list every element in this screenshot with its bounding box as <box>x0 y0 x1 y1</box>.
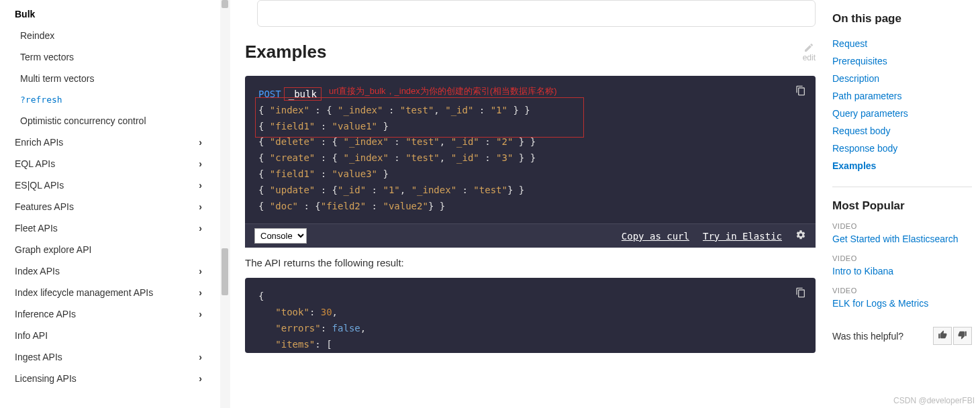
toc-link[interactable]: Response body <box>832 140 972 157</box>
code-line: "took": 30, <box>258 305 802 321</box>
toc-link[interactable]: Examples <box>832 157 972 174</box>
chevron-right-icon: › <box>199 287 202 298</box>
sidebar-item-label: Multi term vectors <box>20 73 94 84</box>
console-select[interactable]: Console <box>254 228 307 244</box>
section-heading: Examples <box>245 42 326 62</box>
edit-button[interactable]: edit <box>803 42 816 62</box>
gear-icon[interactable] <box>795 230 806 242</box>
watermark-text: CSDN @developerFBI <box>893 396 975 405</box>
sidebar-item[interactable]: Multi term vectors <box>5 68 211 89</box>
toc-link[interactable]: Prerequisites <box>832 52 972 70</box>
annotation-text: url直接为_bulk，_index为你的创建的索引(相当数据库名称) <box>329 84 557 99</box>
video-label: VIDEO <box>832 254 972 262</box>
sidebar-item[interactable]: Licensing APIs› <box>5 368 211 389</box>
sidebar-item-label: Ingest APIs <box>15 352 62 362</box>
sidebar-item-label: ?refresh <box>20 95 62 105</box>
sidebar-item[interactable]: ES|QL APIs› <box>5 174 211 196</box>
popular-heading: Most Popular <box>832 199 972 213</box>
toc-link[interactable]: Path parameters <box>832 87 972 105</box>
sidebar-item[interactable]: Bulk <box>5 3 211 25</box>
sidebar-item[interactable]: Enrich APIs› <box>5 132 211 153</box>
sidebar-item-label: Licensing APIs <box>15 373 77 384</box>
sidebar-item[interactable]: EQL APIs› <box>5 153 211 174</box>
video-label: VIDEO <box>832 222 972 230</box>
code-toolbar: Console Copy as curl Try in Elastic <box>245 223 816 248</box>
copy-icon[interactable] <box>795 85 806 101</box>
popular-link[interactable]: ELK for Logs & Metrics <box>832 295 972 312</box>
sidebar-item[interactable]: Graph explore API <box>5 239 211 260</box>
thumbs-down-icon <box>958 330 967 340</box>
chevron-right-icon: › <box>199 352 202 362</box>
sidebar-item-label: Fleet APIs <box>15 223 58 234</box>
sidebar-item-label: Index APIs <box>15 266 60 276</box>
sidebar-item-label: Term vectors <box>20 52 74 62</box>
toc-link[interactable]: Request body <box>832 122 972 140</box>
chevron-right-icon: › <box>199 137 202 148</box>
prev-section-box <box>257 0 816 27</box>
sidebar-item-label: Optimistic concurrency control <box>20 115 146 126</box>
sidebar-item[interactable]: Info API <box>5 325 211 346</box>
result-code-block: { "took": 30, "errors": false, "items": … <box>245 278 816 352</box>
result-intro-text: The API returns the following result: <box>245 257 816 268</box>
copy-as-curl-link[interactable]: Copy as curl <box>622 231 689 242</box>
code-line: { "update" : {"_id" : "1", "_index" : "t… <box>258 183 802 199</box>
copy-icon[interactable] <box>795 287 806 303</box>
main-content: Examples edit url直接为_bulk，_index为你的创建的索引… <box>211 0 832 408</box>
chevron-right-icon: › <box>199 373 202 384</box>
thumbs-up-button[interactable] <box>933 327 952 345</box>
code-line: { "doc" : {"field2" : "value2"} } <box>258 199 802 215</box>
sidebar-item[interactable]: Features APIs› <box>5 196 211 217</box>
sidebar-item[interactable]: Ingest APIs› <box>5 346 211 368</box>
sidebar-item-label: Info API <box>15 330 48 341</box>
sidebar-item[interactable]: Index lifecycle management APIs› <box>5 282 211 303</box>
helpful-text: Was this helpful? <box>832 331 903 342</box>
popular-link[interactable]: Intro to Kibana <box>832 262 972 280</box>
try-in-elastic-link[interactable]: Try in Elastic <box>703 231 782 242</box>
sidebar-item-label: Graph explore API <box>15 244 91 255</box>
sidebar-item-label: Bulk <box>15 9 35 19</box>
sidebar-item[interactable]: Optimistic concurrency control <box>5 110 211 132</box>
sidebar-item-label: Features APIs <box>15 201 74 212</box>
code-line: { <box>258 289 802 305</box>
right-column: On this page RequestPrerequisitesDescrip… <box>832 0 980 408</box>
chevron-right-icon: › <box>199 223 202 234</box>
chevron-right-icon: › <box>199 158 202 169</box>
sidebar-item-label: ES|QL APIs <box>15 180 64 191</box>
annotation-redbox <box>255 97 584 138</box>
chevron-right-icon: › <box>199 180 202 191</box>
toc-link[interactable]: Query parameters <box>832 105 972 122</box>
chevron-right-icon: › <box>199 201 202 212</box>
video-label: VIDEO <box>832 287 972 295</box>
code-example-block: url直接为_bulk，_index为你的创建的索引(相当数据库名称) POST… <box>245 76 816 248</box>
sidebar-item[interactable]: Fleet APIs› <box>5 217 211 239</box>
sidebar-nav: BulkReindexTerm vectorsMulti term vector… <box>0 0 211 408</box>
divider <box>832 187 972 187</box>
toc-heading: On this page <box>832 12 972 26</box>
sidebar-item-label: Reindex <box>20 30 54 41</box>
toc-link[interactable]: Request <box>832 35 972 52</box>
sidebar-item[interactable]: Term vectors <box>5 46 211 68</box>
thumbs-down-button[interactable] <box>953 327 972 345</box>
sidebar-item[interactable]: ?refresh <box>5 89 211 110</box>
chevron-right-icon: › <box>199 266 202 276</box>
pencil-icon <box>803 42 814 53</box>
sidebar-item[interactable]: Index APIs› <box>5 260 211 282</box>
sidebar-item-label: Enrich APIs <box>15 137 63 148</box>
code-line: "items": [ <box>258 337 802 353</box>
code-line: "errors": false, <box>258 321 802 337</box>
code-line: { "field1" : "value3" } <box>258 166 802 183</box>
sidebar-item-label: EQL APIs <box>15 158 55 169</box>
code-line: { "create" : { "_index" : "test", "_id" … <box>258 150 802 166</box>
sidebar-item[interactable]: Reindex <box>5 25 211 46</box>
edit-label: edit <box>803 53 816 62</box>
sidebar-item[interactable]: Inference APIs› <box>5 303 211 325</box>
sidebar-item-label: Index lifecycle management APIs <box>15 287 153 298</box>
popular-link[interactable]: Get Started with Elasticsearch <box>832 230 972 248</box>
sidebar-item-label: Inference APIs <box>15 309 76 319</box>
thumbs-up-icon <box>938 330 947 340</box>
toc-link[interactable]: Description <box>832 70 972 87</box>
chevron-right-icon: › <box>199 309 202 319</box>
